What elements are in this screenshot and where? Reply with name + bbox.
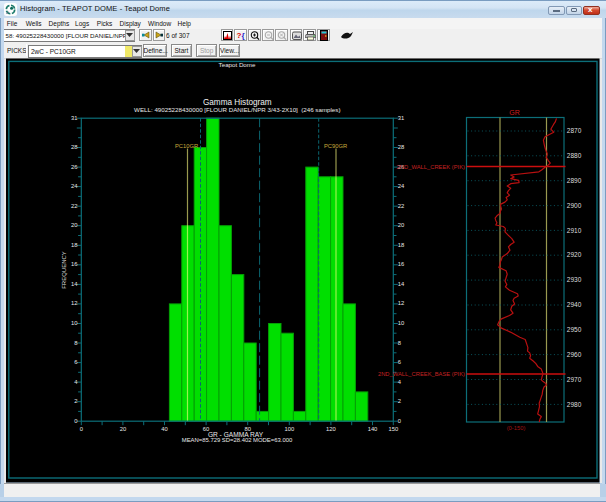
svg-text:2890: 2890 [567,177,582,184]
svg-text:PC10GR: PC10GR [175,143,198,149]
svg-text:WELL: 49025228430000 [FLOUR DA: WELL: 49025228430000 [FLOUR DANIEL/NPR 3… [134,106,340,113]
svg-text:10: 10 [71,320,77,326]
svg-text:24: 24 [398,183,405,189]
svg-text:2970: 2970 [567,376,582,383]
svg-text:12: 12 [398,300,404,306]
svg-text:6: 6 [74,359,77,365]
svg-text:2880: 2880 [567,152,582,159]
svg-text:14: 14 [71,281,78,287]
svg-text:8: 8 [398,340,401,346]
svg-text:0: 0 [398,418,401,424]
svg-text:22: 22 [398,203,404,209]
svg-text:2ND_WALL_CREEK (PIK): 2ND_WALL_CREEK (PIK) [397,164,465,170]
svg-text:8: 8 [74,340,77,346]
svg-text:2900: 2900 [567,202,582,209]
svg-text:Teapot Dome: Teapot Dome [219,61,256,68]
svg-text:14: 14 [398,281,405,287]
svg-text:120: 120 [326,426,336,432]
svg-text:40: 40 [161,426,167,432]
svg-text:GR: GR [509,109,520,116]
svg-text:2920: 2920 [567,251,582,258]
svg-text:(0-150): (0-150) [507,425,526,431]
svg-text:FREQUENCY: FREQUENCY [61,251,67,289]
svg-text:20: 20 [120,426,126,432]
svg-text:16: 16 [71,261,77,267]
svg-text:2940: 2940 [567,301,582,308]
svg-text:150: 150 [388,426,398,432]
svg-text:2930: 2930 [567,276,582,283]
svg-text:0: 0 [74,418,77,424]
svg-text:2980: 2980 [567,401,582,408]
svg-text:28: 28 [398,144,404,150]
svg-text:PC90GR: PC90GR [324,143,347,149]
svg-text:2910: 2910 [567,227,582,234]
svg-text:20: 20 [71,222,77,228]
svg-text:100: 100 [284,426,294,432]
svg-text:2ND_WALL_CREEK_BASE (PIK): 2ND_WALL_CREEK_BASE (PIK) [378,371,465,377]
svg-text:18: 18 [71,242,77,248]
svg-text:2: 2 [398,398,401,404]
svg-text:0: 0 [80,426,83,432]
svg-text:2870: 2870 [567,127,582,134]
svg-text:31: 31 [398,115,404,121]
svg-text:10: 10 [398,320,404,326]
svg-text:140: 140 [368,426,378,432]
svg-text:20: 20 [398,222,404,228]
svg-text:2960: 2960 [567,351,582,358]
svg-text:31: 31 [71,115,77,121]
svg-text:16: 16 [398,261,404,267]
svg-text:18: 18 [398,242,404,248]
svg-text:2: 2 [74,398,77,404]
svg-text:22: 22 [71,203,77,209]
svg-text:12: 12 [71,300,77,306]
svg-text:26: 26 [71,164,77,170]
svg-text:28: 28 [71,144,77,150]
svg-text:24: 24 [71,183,78,189]
svg-text:MEAN=85.729 SD=28.402 MODE=63.: MEAN=85.729 SD=28.402 MODE=63.000 [182,437,293,443]
svg-text:6: 6 [398,359,401,365]
svg-text:2950: 2950 [567,326,582,333]
